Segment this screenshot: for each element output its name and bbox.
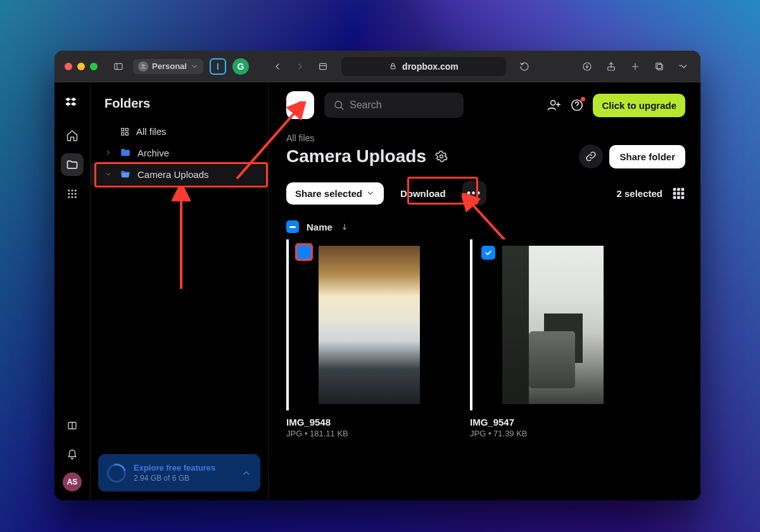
- folder-settings-icon[interactable]: [435, 150, 448, 163]
- tree-item-camera-uploads[interactable]: Camera Uploads: [91, 163, 268, 185]
- nav-notifications[interactable]: [61, 443, 84, 466]
- close-window-icon[interactable]: [65, 63, 72, 70]
- svg-rect-43: [681, 192, 685, 195]
- extension-grammarly-icon[interactable]: G: [232, 58, 249, 75]
- window-controls[interactable]: [65, 63, 98, 70]
- search-input[interactable]: Search: [324, 92, 464, 118]
- promo-subtitle: 2.94 GB of 6 GB: [134, 474, 234, 483]
- tabs-overview-icon[interactable]: [651, 58, 668, 75]
- svg-point-14: [75, 189, 77, 191]
- file-meta: JPG • 181.11 KB: [286, 429, 450, 438]
- svg-point-12: [68, 189, 70, 191]
- dropbox-page: AS Folders All files Archive: [54, 82, 700, 500]
- invite-icon[interactable]: [547, 98, 561, 112]
- overflow-menu-icon[interactable]: [675, 58, 692, 75]
- new-tab-icon[interactable]: [627, 58, 643, 75]
- sort-direction-icon[interactable]: [340, 222, 349, 231]
- file-select-checkbox[interactable]: [481, 246, 495, 260]
- folder-open-icon: [120, 168, 131, 180]
- chevron-down-icon: [191, 63, 198, 70]
- copy-link-icon[interactable]: [579, 144, 603, 168]
- nav-panel-toggle[interactable]: [61, 414, 84, 437]
- sidebar-toggle-icon[interactable]: [110, 58, 127, 75]
- chevron-right-icon: [104, 149, 113, 156]
- reload-icon[interactable]: [516, 58, 533, 75]
- svg-rect-3: [320, 63, 327, 69]
- minimize-window-icon[interactable]: [77, 63, 85, 70]
- share-selected-button[interactable]: Share selected: [286, 182, 384, 205]
- svg-rect-42: [677, 192, 680, 195]
- svg-point-15: [68, 193, 70, 195]
- chevron-up-icon: [241, 468, 251, 478]
- account-avatar[interactable]: AS: [63, 472, 82, 491]
- promo-explore-features[interactable]: Explore free features 2.94 GB of 6 GB: [98, 454, 260, 491]
- downloads-icon[interactable]: [579, 58, 595, 75]
- person-icon: [138, 61, 148, 72]
- tree-item-label: Archive: [137, 148, 169, 158]
- search-icon: [333, 99, 345, 111]
- svg-point-17: [75, 193, 77, 195]
- main-topbar: Search Click to upgrade: [286, 91, 685, 119]
- svg-rect-23: [122, 128, 124, 130]
- reader-view-icon[interactable]: [315, 58, 331, 75]
- svg-point-37: [440, 155, 443, 158]
- svg-rect-38: [673, 188, 676, 191]
- tree-item-all-files[interactable]: All files: [91, 121, 268, 142]
- svg-rect-0: [115, 63, 122, 69]
- svg-point-20: [75, 196, 77, 198]
- extension-instapaper-icon[interactable]: I: [210, 58, 226, 75]
- file-thumbnail[interactable]: [286, 239, 450, 410]
- breadcrumb[interactable]: All files: [286, 133, 685, 143]
- storage-ring-icon: [104, 460, 130, 486]
- svg-point-36: [577, 108, 578, 108]
- dropbox-logo-icon[interactable]: [61, 91, 84, 114]
- page-title: Camera Uploads: [286, 146, 426, 167]
- svg-point-16: [72, 193, 73, 195]
- svg-rect-24: [125, 128, 128, 130]
- column-name[interactable]: Name: [307, 222, 332, 232]
- chevron-down-icon: [366, 189, 375, 198]
- svg-rect-40: [681, 188, 685, 191]
- browser-profile-picker[interactable]: Personal: [133, 59, 203, 74]
- nav-apps-grid[interactable]: [61, 182, 84, 205]
- svg-rect-46: [681, 196, 685, 200]
- help-icon[interactable]: [570, 98, 584, 112]
- column-header-row: Name: [286, 220, 685, 233]
- nav-rail: AS: [54, 82, 90, 500]
- nav-back-button[interactable]: [269, 58, 286, 75]
- nav-home[interactable]: [61, 124, 84, 147]
- nav-folders[interactable]: [61, 153, 84, 176]
- fullscreen-window-icon[interactable]: [90, 63, 98, 70]
- create-button[interactable]: [286, 91, 314, 119]
- svg-point-19: [72, 196, 73, 198]
- more-actions-button[interactable]: •••: [462, 181, 486, 205]
- file-grid: IMG_9548 JPG • 181.11 KB: [286, 239, 685, 438]
- view-grid-icon[interactable]: [671, 186, 685, 200]
- promo-title: Explore free features: [134, 463, 234, 472]
- svg-point-18: [68, 196, 70, 198]
- share-folder-button[interactable]: Share folder: [609, 145, 685, 168]
- upgrade-button[interactable]: Click to upgrade: [593, 94, 685, 117]
- svg-rect-5: [391, 66, 395, 69]
- share-icon[interactable]: [603, 58, 619, 75]
- search-placeholder: Search: [350, 99, 382, 111]
- file-name: IMG_9548: [286, 417, 450, 428]
- download-button[interactable]: Download: [391, 182, 455, 205]
- grid-icon: [120, 127, 130, 137]
- tree-item-archive[interactable]: Archive: [91, 142, 268, 163]
- file-name: IMG_9547: [470, 417, 633, 428]
- file-card[interactable]: IMG_9548 JPG • 181.11 KB: [286, 239, 450, 438]
- file-card[interactable]: IMG_9547 JPG • 71.39 KB: [470, 239, 633, 438]
- address-bar[interactable]: dropbox.com: [341, 57, 506, 76]
- file-select-checkbox[interactable]: [298, 246, 312, 260]
- tree-item-label: All files: [136, 126, 167, 137]
- select-all-checkbox[interactable]: [286, 220, 299, 233]
- file-thumbnail[interactable]: [470, 239, 633, 410]
- lock-icon: [389, 62, 397, 70]
- folders-sidebar: Folders All files Archive Camera Uploads: [90, 82, 269, 500]
- nav-forward-button[interactable]: [292, 58, 308, 75]
- svg-point-13: [72, 189, 73, 191]
- selection-action-row: Share selected Download ••• 2 selected: [286, 181, 685, 205]
- main-panel: Search Click to upgrade All files Camera…: [269, 82, 700, 500]
- svg-rect-26: [125, 132, 128, 135]
